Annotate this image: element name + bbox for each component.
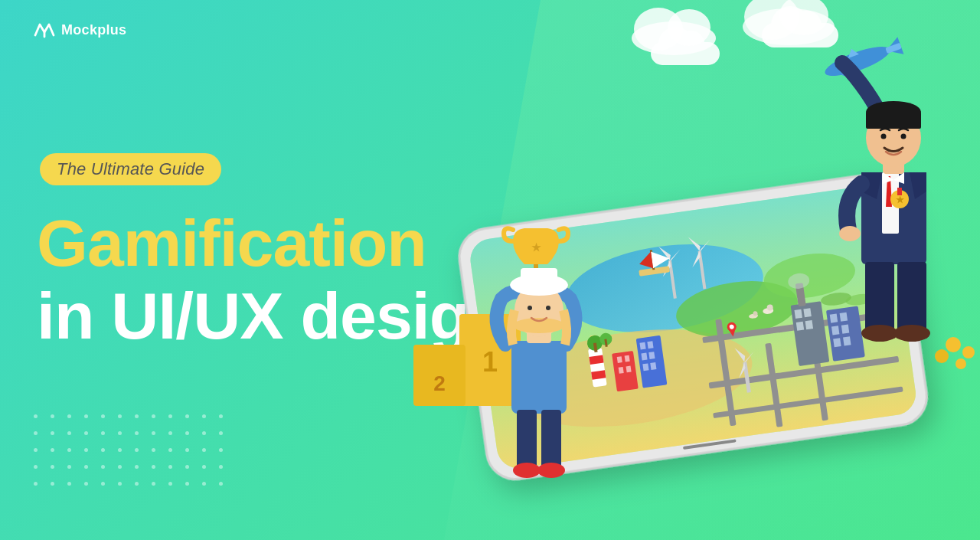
dot bbox=[51, 414, 54, 418]
dot bbox=[34, 431, 38, 435]
svg-rect-111 bbox=[897, 188, 902, 195]
svg-rect-90 bbox=[521, 268, 557, 288]
svg-rect-33 bbox=[830, 313, 838, 322]
svg-point-93 bbox=[546, 306, 550, 310]
dot bbox=[51, 448, 54, 452]
svg-rect-26 bbox=[795, 309, 802, 319]
dot bbox=[219, 414, 223, 418]
svg-point-124 bbox=[893, 325, 930, 342]
dot bbox=[152, 482, 155, 486]
dot bbox=[185, 482, 189, 486]
dot bbox=[84, 465, 88, 469]
dot bbox=[135, 414, 139, 418]
dot bbox=[101, 448, 105, 452]
dot bbox=[67, 414, 71, 418]
svg-point-96 bbox=[513, 463, 541, 478]
top-clouds bbox=[632, 0, 835, 55]
dot bbox=[67, 448, 71, 452]
svg-rect-24 bbox=[650, 362, 656, 370]
svg-rect-27 bbox=[803, 308, 811, 317]
svg-point-125 bbox=[946, 337, 961, 352]
svg-rect-38 bbox=[843, 336, 851, 345]
dot bbox=[101, 465, 105, 469]
dot bbox=[101, 414, 105, 418]
svg-point-128 bbox=[956, 358, 966, 369]
dot bbox=[34, 465, 38, 469]
svg-rect-22 bbox=[648, 352, 655, 359]
dot bbox=[219, 482, 223, 486]
logo[interactable]: Mockplus bbox=[34, 21, 126, 38]
svg-point-118 bbox=[901, 134, 906, 139]
svg-point-127 bbox=[935, 349, 949, 363]
svg-text:★: ★ bbox=[896, 195, 904, 205]
dot bbox=[185, 465, 189, 469]
dot bbox=[84, 448, 88, 452]
svg-rect-14 bbox=[617, 356, 622, 363]
dot bbox=[152, 448, 155, 452]
dot bbox=[51, 431, 54, 435]
svg-rect-20 bbox=[647, 341, 653, 349]
hero-illustration: 1 2 3 ★ bbox=[352, 0, 980, 540]
svg-rect-122 bbox=[897, 262, 926, 335]
dot bbox=[202, 448, 206, 452]
dot bbox=[152, 414, 155, 418]
dot bbox=[135, 482, 139, 486]
dot bbox=[51, 482, 54, 486]
dot bbox=[152, 431, 155, 435]
badge-text: The Ultimate Guide bbox=[57, 159, 204, 178]
dot bbox=[34, 482, 38, 486]
dot bbox=[152, 465, 155, 469]
dot bbox=[34, 448, 38, 452]
dot bbox=[84, 414, 88, 418]
svg-rect-94 bbox=[517, 410, 537, 471]
svg-rect-28 bbox=[796, 322, 804, 331]
dot bbox=[101, 431, 105, 435]
dot bbox=[168, 448, 172, 452]
svg-rect-23 bbox=[642, 363, 648, 371]
svg-rect-19 bbox=[639, 342, 645, 350]
svg-rect-29 bbox=[805, 320, 813, 329]
dot bbox=[168, 465, 172, 469]
svg-rect-16 bbox=[619, 367, 624, 374]
svg-rect-95 bbox=[541, 410, 561, 471]
svg-point-131 bbox=[668, 9, 710, 46]
svg-rect-37 bbox=[833, 338, 841, 347]
svg-text:1: 1 bbox=[482, 346, 498, 378]
dot bbox=[118, 431, 122, 435]
svg-point-97 bbox=[537, 463, 565, 478]
svg-rect-36 bbox=[841, 325, 849, 334]
svg-text:★: ★ bbox=[531, 241, 541, 254]
svg-point-92 bbox=[528, 306, 532, 310]
dot bbox=[185, 448, 189, 452]
dot bbox=[118, 414, 122, 418]
svg-rect-34 bbox=[840, 313, 848, 322]
svg-point-117 bbox=[881, 134, 887, 139]
dot-grid-decoration bbox=[34, 414, 231, 494]
svg-rect-121 bbox=[865, 262, 894, 335]
dot bbox=[202, 431, 206, 435]
svg-rect-86 bbox=[511, 341, 567, 414]
svg-point-126 bbox=[962, 346, 975, 358]
dot bbox=[51, 465, 54, 469]
dot bbox=[168, 414, 172, 418]
dot bbox=[67, 482, 71, 486]
dot bbox=[135, 465, 139, 469]
dot bbox=[202, 482, 206, 486]
svg-rect-17 bbox=[626, 366, 632, 373]
svg-text:2: 2 bbox=[433, 371, 446, 395]
dot bbox=[84, 431, 88, 435]
dot bbox=[168, 431, 172, 435]
brand-name: Mockplus bbox=[61, 22, 126, 38]
svg-rect-116 bbox=[866, 112, 921, 129]
dot bbox=[219, 431, 223, 435]
dot bbox=[84, 482, 88, 486]
dot bbox=[219, 448, 223, 452]
dot bbox=[34, 414, 38, 418]
svg-rect-15 bbox=[625, 355, 630, 362]
dot bbox=[202, 414, 206, 418]
dot bbox=[101, 482, 105, 486]
svg-rect-35 bbox=[831, 326, 839, 335]
dot bbox=[118, 465, 122, 469]
dot bbox=[67, 465, 71, 469]
svg-point-123 bbox=[861, 325, 898, 342]
